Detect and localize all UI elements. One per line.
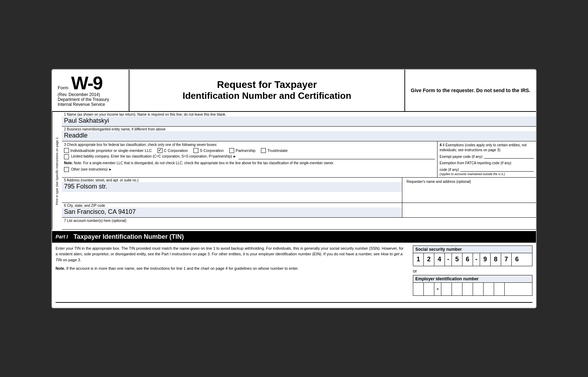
field6-section: 6 City, state, and ZIP code San Francisc… [62, 203, 402, 217]
title-line1: Request for Taxpayer [183, 79, 351, 90]
ein-d9[interactable] [505, 283, 515, 295]
form-id-section: Form W-9 (Rev. December 2014) Department… [52, 70, 129, 111]
ssn-label: Social security number [413, 245, 532, 253]
ssn-d5[interactable]: 6 [462, 253, 473, 266]
ein-d6[interactable] [473, 283, 484, 295]
ssn-d1[interactable]: 1 [413, 253, 424, 266]
note-text: Note. Note. For a single-member LLC that… [64, 161, 435, 166]
irs-label: Internal Revenue Service [58, 102, 123, 107]
checkbox-individual-box[interactable] [64, 148, 69, 153]
checkbox-trust-box[interactable] [261, 148, 266, 153]
ssn-d3[interactable]: 4 [434, 253, 445, 266]
form-header: Form W-9 (Rev. December 2014) Department… [52, 70, 536, 112]
ein-grid: - [413, 282, 532, 296]
field3-row: 3 Check appropriate box for federal tax … [62, 141, 536, 178]
field1-value[interactable]: Paul Sakhatskyi [62, 116, 536, 126]
ssn-grid: 1 2 4 - 5 6 - 9 8 7 6 [413, 253, 532, 266]
ssn-d8[interactable]: 7 [501, 253, 512, 266]
checkboxes-row: Individual/sole proprietor or single-mem… [64, 148, 435, 153]
field3-left: 3 Check appropriate box for federal tax … [62, 141, 437, 177]
exempt-payee-input[interactable] [484, 154, 534, 159]
part1-label: Part I [56, 234, 68, 239]
ein-d4[interactable] [452, 283, 462, 295]
part1-desc-p1: Enter your TIN in the appropriate box. T… [56, 246, 403, 256]
title-line2: Identification Number and Certification [183, 90, 351, 101]
checkbox-c-corp-label: C Corporation [164, 148, 188, 153]
field7-label: 7 List account number(s) here (optional) [64, 219, 126, 223]
rev-date: (Rev. December 2014) [58, 92, 123, 97]
ssn-d9[interactable]: 6 [512, 253, 522, 266]
part1-note-text: If the account is in more than one name,… [65, 266, 299, 270]
checkbox-trust[interactable]: Trust/estate [261, 148, 288, 153]
ssn-d7[interactable]: 8 [491, 253, 501, 266]
checkbox-c-corp[interactable]: ✓ C Corporation [158, 148, 188, 153]
field1-label: 1 Name (as shown on your income tax retu… [62, 112, 536, 116]
form-instructions: Give Form to the requester. Do not send … [404, 70, 536, 111]
ssn-dash2: - [473, 253, 480, 266]
requester-label: Requester's name and address (optional) [404, 179, 534, 184]
checkbox-partnership[interactable]: Partnership [229, 148, 255, 153]
ein-d3[interactable] [441, 283, 452, 295]
fatca-row: code (if any) [440, 167, 534, 172]
field5-value[interactable]: 795 Folsom str. [62, 182, 402, 192]
ssn-d4[interactable]: 5 [452, 253, 462, 266]
fatca-label: Exemption from FATCA reporting code (if … [440, 161, 534, 166]
ein-label: Employer identification number [413, 275, 532, 282]
requester-address-value [402, 203, 536, 217]
field5-label: 5 Address (number, street, and apt. or s… [62, 178, 402, 182]
ein-d5[interactable] [462, 283, 473, 295]
department-label: Department of the Treasury [58, 97, 123, 102]
applies-note: (Applies to accounts maintained outside … [440, 172, 534, 176]
form-title: Request for Taxpayer Identification Numb… [183, 79, 351, 101]
city-row: 6 City, state, and ZIP code San Francisc… [62, 203, 536, 218]
field6-label: 6 City, state, and ZIP code [62, 203, 402, 207]
checkbox-s-corp[interactable]: S Corporation [193, 148, 224, 153]
checkbox-partnership-box[interactable] [229, 148, 234, 153]
checkbox-c-corp-box[interactable]: ✓ [158, 148, 162, 153]
tin-section: Social security number 1 2 4 - 5 6 - 9 8… [413, 245, 532, 296]
form-title-section: Request for Taxpayer Identification Numb… [129, 70, 404, 111]
field4-right: 4 4 Exemptions (codes apply only to cert… [437, 141, 536, 177]
part1-header: Part I Taxpayer Identification Number (T… [52, 231, 536, 243]
field6-value[interactable]: San Francisco, CA 94107 [62, 207, 402, 217]
field7-value[interactable] [64, 223, 534, 228]
checkbox-llc-box[interactable] [64, 154, 69, 159]
checkbox-partnership-label: Partnership [236, 148, 255, 153]
w9-form: Form W-9 (Rev. December 2014) Department… [51, 69, 537, 308]
fatca-input[interactable] [460, 167, 534, 172]
ein-d2[interactable] [424, 283, 434, 295]
or-text: or [413, 268, 532, 274]
ssn-dash1: - [445, 253, 452, 266]
field1-row: 1 Name (as shown on your income tax retu… [62, 112, 536, 127]
ssn-d2[interactable]: 2 [424, 253, 434, 266]
address-row: 5 Address (number, street, and apt. or s… [62, 178, 536, 203]
note-bold: Note. [64, 161, 73, 165]
other-label: Other (see instructions) ► [71, 167, 112, 171]
checkbox-s-corp-box[interactable] [193, 148, 198, 153]
requester-section: Requester's name and address (optional) [402, 178, 536, 203]
llc-input-line[interactable] [238, 154, 435, 159]
field2-value[interactable]: Readdle [62, 131, 536, 141]
ein-d8[interactable] [494, 283, 505, 295]
field2-row: 2 Business name/disregarded entity name,… [62, 127, 536, 141]
field4-label: 4 4 Exemptions (codes apply only to cert… [440, 143, 534, 153]
ein-d1[interactable] [413, 283, 424, 295]
field3-label: 3 Check appropriate box for federal tax … [64, 143, 435, 147]
ssn-d6[interactable]: 9 [480, 253, 491, 266]
field7-row: 7 List account number(s) here (optional) [62, 218, 536, 230]
part1-body: Enter your TIN in the appropriate box. T… [52, 243, 536, 299]
ein-d7[interactable] [484, 283, 494, 295]
form-fields: 1 Name (as shown on your income tax retu… [62, 112, 536, 230]
requester-value[interactable] [404, 184, 534, 201]
checkbox-other-box[interactable] [64, 167, 69, 172]
part1-desc-p2: on page 3. [62, 258, 81, 262]
llc-row: Limited liability company. Enter the tax… [64, 154, 435, 159]
exempt-payee-row: Exempt payee code (if any) [440, 154, 534, 159]
checkbox-s-corp-label: S Corporation [200, 148, 224, 153]
other-row: Other (see instructions) ► [64, 167, 435, 172]
field2-label: 2 Business name/disregarded entity name,… [62, 127, 536, 131]
checkbox-individual[interactable]: Individual/sole proprietor or single-mem… [64, 148, 152, 153]
checkbox-trust-label: Trust/estate [267, 148, 288, 153]
ein-dash: - [434, 283, 441, 295]
sidebar: Print or type See Specific Instructions … [52, 112, 62, 230]
